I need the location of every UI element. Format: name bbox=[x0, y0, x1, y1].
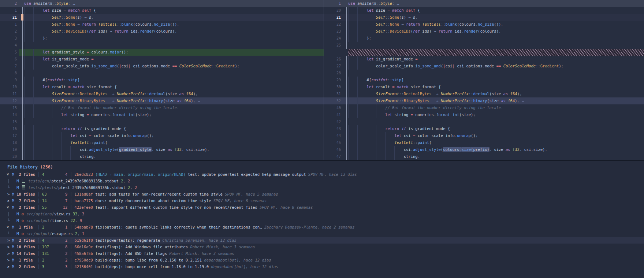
commit-row[interactable]: > M 2 files │ 4 4 │ 2bedc823 (HEAD → mai… bbox=[0, 171, 644, 178]
line-number: 20 bbox=[0, 153, 19, 160]
commit-row[interactable]: > M 1 file │ 2 2 │ c7950dc9 build(deps):… bbox=[0, 257, 644, 263]
gutter bbox=[343, 0, 348, 7]
code-line[interactable]: 46csi.adjust_style(colours.size(prefix),… bbox=[324, 146, 644, 153]
commit-hash: 54abab78 bbox=[74, 225, 93, 229]
code-line[interactable]: 21Self::Some(s) ⇒ s, bbox=[324, 14, 644, 21]
file-row[interactable]: └ M ⚙ src/output/time.rs 22, 9 bbox=[0, 217, 644, 224]
commit-row[interactable]: > M 10 files │ 197 8 │ 66d16a9c feat(fla… bbox=[0, 244, 644, 250]
code-line[interactable]: 1let size = match self { bbox=[0, 7, 324, 14]
file-row[interactable]: └ M tests/ptests/ptest_2439b7d68089135b.… bbox=[0, 184, 644, 191]
chevron-down-icon[interactable]: > bbox=[5, 173, 11, 175]
code-line[interactable]: 9#[rustfmt::skip] bbox=[0, 77, 324, 84]
line-number: 8 bbox=[0, 70, 19, 77]
code-line[interactable]: 12SizeFormat::BinaryBytes ⇒ NumberPrefix… bbox=[0, 97, 324, 104]
code-text: use ansiterm::Style; … bbox=[24, 0, 324, 7]
gutter bbox=[343, 118, 348, 125]
code-line[interactable]: 41let string = numerics.format_int(size)… bbox=[324, 111, 644, 118]
commit-row[interactable]: > M 1 file │ 2 1 │ 54abab78 fix(output):… bbox=[0, 224, 644, 230]
chevron-down-icon[interactable]: > bbox=[5, 206, 11, 208]
code-line[interactable]: 5let gradient_style = colours.major(); bbox=[0, 49, 324, 56]
code-text: csi.adjust_style(colours.size(prefix), s… bbox=[348, 146, 644, 153]
commit-row[interactable]: > M 2 files │ 3 3 │ 42136401 build(deps)… bbox=[0, 263, 644, 270]
commit-row[interactable]: > M 7 files │ 14 7 │ baca7175 docs: modi… bbox=[0, 197, 644, 204]
code-line[interactable]: 11SizeFormat::DecimalBytes ⇒ NumberPrefi… bbox=[0, 90, 324, 97]
diff-editor: 2use ansiterm::Style; …1let size = match… bbox=[0, 0, 644, 160]
code-text bbox=[24, 118, 324, 125]
code-line[interactable]: 26let is_gradient_mode = bbox=[324, 56, 644, 63]
commit-row[interactable]: > M 2 files │ 4 2 │ b19d61f0 test(powert… bbox=[0, 237, 644, 244]
code-line[interactable]: 19csi.adjust_style(gradient_style, size … bbox=[0, 146, 324, 153]
code-line[interactable]: 2Self::DeviceIDs(ref ids) ⇒ return ids.r… bbox=[0, 28, 324, 35]
code-line[interactable]: 18TextCell::paint( bbox=[0, 139, 324, 146]
code-line[interactable]: 3}; bbox=[0, 35, 324, 42]
code-line[interactable]: 20let size = match self { bbox=[324, 7, 644, 14]
code-line[interactable]: 17let csi = color_scale_info.unwrap(); bbox=[0, 132, 324, 139]
code-line[interactable]: 47string, bbox=[324, 153, 644, 160]
code-text: #[rustfmt::skip] bbox=[348, 77, 644, 84]
diff-right-pane[interactable]: 1use ansiterm::Style; …20let size = matc… bbox=[324, 0, 644, 160]
code-line[interactable]: 16return if is_gradient_mode { bbox=[0, 125, 324, 132]
chevron-down-icon[interactable]: > bbox=[5, 226, 11, 228]
code-line[interactable]: 22Self::None ⇒ return TextCell::blank(co… bbox=[324, 21, 644, 28]
file-row[interactable]: │ M ⚙ src/options/view.rs 33, 3 bbox=[0, 211, 644, 217]
commit-row[interactable]: > M 18 files │ 63 9 │ 131ad8af test: add… bbox=[0, 191, 644, 197]
code-line[interactable]: 20string, bbox=[0, 153, 324, 160]
code-text: let string = numerics.format_int(size); bbox=[24, 111, 324, 118]
code-line[interactable]: 1Self::None ⇒ return TextCell::blank(col… bbox=[0, 21, 324, 28]
code-line[interactable]: 2use ansiterm::Style; … bbox=[0, 0, 324, 7]
code-line[interactable]: 44let csi = color_scale_info.unwrap(); bbox=[324, 132, 644, 139]
line-number: 24 bbox=[324, 35, 343, 42]
code-line[interactable]: 40// But format the number directly usin… bbox=[324, 104, 644, 111]
line-number: 32 bbox=[324, 97, 343, 104]
code-line[interactable]: 1use ansiterm::Style; … bbox=[324, 0, 644, 7]
code-line[interactable]: 25 bbox=[324, 42, 644, 49]
code-line[interactable]: 42 bbox=[324, 118, 644, 125]
code-text: csi.adjust_style(gradient_style, size as… bbox=[24, 146, 324, 153]
commit-message: test(powertests): regenerate bbox=[93, 238, 160, 242]
diff-filler-row[interactable] bbox=[324, 49, 644, 56]
line-number: 10 bbox=[0, 84, 19, 90]
code-line[interactable]: 15 bbox=[0, 118, 324, 125]
line-number: 25 bbox=[324, 42, 343, 49]
commit-row[interactable]: > M 14 files │ 131 2 │ 458a6f5b feat(fla… bbox=[0, 250, 644, 257]
commit-hash: 66d16a9c bbox=[74, 245, 93, 249]
code-line[interactable]: 28 bbox=[324, 70, 644, 77]
code-line[interactable]: 24}; bbox=[324, 35, 644, 42]
code-line[interactable]: 13// But format the number directly usin… bbox=[0, 104, 324, 111]
code-line[interactable]: 23Self::DeviceIDs(ref ids) ⇒ return ids.… bbox=[324, 28, 644, 35]
code-line[interactable]: 43return if is_gradient_mode { bbox=[324, 125, 644, 132]
file-history-title: File History (256) bbox=[0, 163, 644, 171]
line-number: 2 bbox=[0, 28, 19, 35]
code-line[interactable]: 45TextCell::paint( bbox=[324, 139, 644, 146]
code-line[interactable]: 31SizeFormat::DecimalBytes ⇒ NumberPrefi… bbox=[324, 90, 644, 97]
code-text: let csi = color_scale_info.unwrap(); bbox=[348, 132, 644, 139]
line-number: 21 bbox=[0, 14, 19, 21]
code-line[interactable]: 7color_scale_info.is_some_and(|csi| csi.… bbox=[0, 63, 324, 70]
code-line[interactable]: 8 bbox=[0, 70, 324, 77]
line-number: 30 bbox=[324, 84, 343, 90]
gutter bbox=[19, 132, 24, 139]
gutter bbox=[19, 63, 24, 70]
code-text: let result = match size_format { bbox=[24, 84, 324, 90]
code-line[interactable]: 14let string = numerics.format_int(size)… bbox=[0, 111, 324, 118]
code-text: TextCell::paint( bbox=[24, 139, 324, 146]
code-line[interactable]: 6let is_gradient_mode = bbox=[0, 56, 324, 63]
commit-row[interactable]: > M 2 files │ 55 12 │ 422efee0 feat!: su… bbox=[0, 204, 644, 211]
diff-left-pane[interactable]: 2use ansiterm::Style; …1let size = match… bbox=[0, 0, 324, 160]
line-number: 15 bbox=[0, 118, 19, 125]
file-row[interactable]: │ M tests/gen/ptest_2439b7d68089135b.std… bbox=[0, 178, 644, 184]
code-text: SizeFormat::DecimalBytes ⇒ NumberPrefix:… bbox=[24, 90, 324, 97]
code-text: let string = numerics.format_int(size); bbox=[348, 111, 644, 118]
code-text: Self::DeviceIDs(ref ids) ⇒ return ids.re… bbox=[348, 28, 644, 35]
file-name: view.rs bbox=[54, 212, 70, 216]
commit-message: build(deps): bump libc from 0.2.150 to 0… bbox=[93, 258, 202, 262]
file-row[interactable]: └ M ⚙ src/output/escape.rs 2, 1 bbox=[0, 230, 644, 237]
line-number: 19 bbox=[0, 146, 19, 153]
code-line[interactable]: 30let result = match size_format { bbox=[324, 84, 644, 90]
code-line[interactable]: 10let result = match size_format { bbox=[0, 84, 324, 90]
code-line[interactable]: 32SizeFormat::BinaryBytes ⇒ NumberPrefix… bbox=[324, 97, 644, 104]
code-line[interactable]: 29#[rustfmt::skip] bbox=[324, 77, 644, 84]
code-line[interactable]: 27color_scale_info.is_some_and(|csi| csi… bbox=[324, 63, 644, 70]
code-line[interactable]: 4 bbox=[0, 42, 324, 49]
code-line[interactable]: 21Self::Some(s) ⇒ s, bbox=[0, 14, 324, 21]
